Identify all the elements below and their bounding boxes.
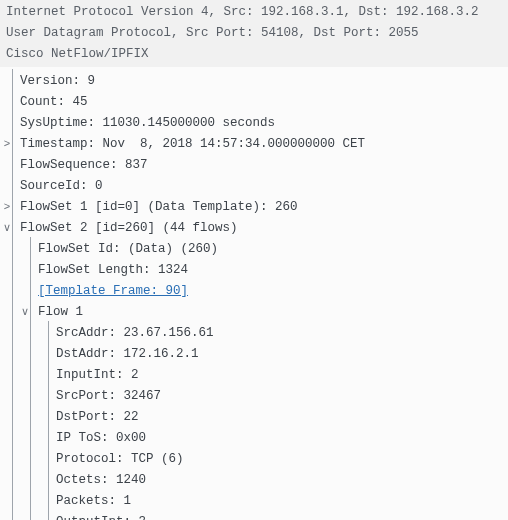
field-flowset1: FlowSet 1 [id=0] (Data Template): 260 bbox=[20, 197, 298, 218]
tree-row-sysuptime[interactable]: SysUptime: 11030.145000000 seconds bbox=[0, 112, 508, 133]
header-line-netflow: Cisco NetFlow/IPFIX bbox=[6, 44, 502, 65]
tree-row-timestamp[interactable]: > Timestamp: Nov 8, 2018 14:57:34.000000… bbox=[0, 133, 508, 154]
field-packets: Packets: 1 bbox=[56, 491, 131, 512]
header-line-udp: User Datagram Protocol, Src Port: 54108,… bbox=[6, 23, 502, 44]
tree-toggle-empty bbox=[42, 343, 56, 364]
field-dstport: DstPort: 22 bbox=[56, 407, 139, 428]
field-inputint: InputInt: 2 bbox=[56, 365, 139, 386]
header-line-ipv4: Internet Protocol Version 4, Src: 192.16… bbox=[6, 2, 502, 23]
template-frame-link[interactable]: [Template Frame: 90] bbox=[38, 281, 188, 302]
field-flowsequence: FlowSequence: 837 bbox=[20, 155, 148, 176]
tree-row-flowset2[interactable]: ∨ FlowSet 2 [id=260] (44 flows) bbox=[0, 217, 508, 238]
tree-row-iptos[interactable]: IP ToS: 0x00 bbox=[0, 427, 508, 448]
tree-row-srcport[interactable]: SrcPort: 32467 bbox=[0, 385, 508, 406]
tree-toggle-empty bbox=[42, 322, 56, 343]
field-dstaddr: DstAddr: 172.16.2.1 bbox=[56, 344, 199, 365]
tree-row-outputint[interactable]: OutputInt: 3 bbox=[0, 511, 508, 520]
tree-toggle-empty bbox=[6, 112, 20, 133]
tree-row-flowset1[interactable]: > FlowSet 1 [id=0] (Data Template): 260 bbox=[0, 196, 508, 217]
tree-row-flow1[interactable]: ∨ Flow 1 bbox=[0, 301, 508, 322]
field-srcport: SrcPort: 32467 bbox=[56, 386, 161, 407]
tree-toggle-empty bbox=[42, 511, 56, 520]
field-flow1: Flow 1 bbox=[38, 302, 83, 323]
tree-row-template-frame[interactable]: [Template Frame: 90] bbox=[0, 280, 508, 301]
field-timestamp: Timestamp: Nov 8, 2018 14:57:34.00000000… bbox=[20, 134, 365, 155]
field-count: Count: 45 bbox=[20, 92, 88, 113]
tree-toggle-empty bbox=[24, 280, 38, 301]
tree-row-flowset-length[interactable]: FlowSet Length: 1324 bbox=[0, 259, 508, 280]
tree-row-flowsequence[interactable]: FlowSequence: 837 bbox=[0, 154, 508, 175]
tree-row-count[interactable]: Count: 45 bbox=[0, 91, 508, 112]
packet-header: Internet Protocol Version 4, Src: 192.16… bbox=[0, 0, 508, 67]
field-protocol: Protocol: TCP (6) bbox=[56, 449, 184, 470]
field-sysuptime: SysUptime: 11030.145000000 seconds bbox=[20, 113, 275, 134]
tree-toggle-empty bbox=[42, 469, 56, 490]
tree-toggle-empty bbox=[6, 70, 20, 91]
tree-toggle-empty bbox=[6, 154, 20, 175]
tree-row-packets[interactable]: Packets: 1 bbox=[0, 490, 508, 511]
tree-toggle-empty bbox=[6, 91, 20, 112]
tree-toggle-empty bbox=[24, 238, 38, 259]
field-iptos: IP ToS: 0x00 bbox=[56, 428, 146, 449]
field-srcaddr: SrcAddr: 23.67.156.61 bbox=[56, 323, 214, 344]
field-flowset2: FlowSet 2 [id=260] (44 flows) bbox=[20, 218, 238, 239]
tree-guide-line bbox=[48, 321, 49, 520]
field-sourceid: SourceId: 0 bbox=[20, 176, 103, 197]
tree-guide-line bbox=[12, 69, 13, 520]
field-octets: Octets: 1240 bbox=[56, 470, 146, 491]
tree-toggle-empty bbox=[42, 448, 56, 469]
field-outputint: OutputInt: 3 bbox=[56, 512, 146, 520]
tree-guide-line bbox=[30, 237, 31, 520]
tree-row-inputint[interactable]: InputInt: 2 bbox=[0, 364, 508, 385]
tree-row-dstaddr[interactable]: DstAddr: 172.16.2.1 bbox=[0, 343, 508, 364]
tree-toggle-empty bbox=[42, 490, 56, 511]
tree-row-dstport[interactable]: DstPort: 22 bbox=[0, 406, 508, 427]
tree-row-protocol[interactable]: Protocol: TCP (6) bbox=[0, 448, 508, 469]
tree-row-version[interactable]: Version: 9 bbox=[0, 70, 508, 91]
tree-row-srcaddr[interactable]: SrcAddr: 23.67.156.61 bbox=[0, 322, 508, 343]
tree-toggle-empty bbox=[42, 364, 56, 385]
tree-toggle-empty bbox=[42, 427, 56, 448]
tree-toggle-empty bbox=[42, 385, 56, 406]
tree-toggle-empty bbox=[6, 175, 20, 196]
field-flowset-length: FlowSet Length: 1324 bbox=[38, 260, 188, 281]
tree-row-sourceid[interactable]: SourceId: 0 bbox=[0, 175, 508, 196]
tree-row-flowset-id[interactable]: FlowSet Id: (Data) (260) bbox=[0, 238, 508, 259]
tree-row-octets[interactable]: Octets: 1240 bbox=[0, 469, 508, 490]
tree-toggle-empty bbox=[24, 259, 38, 280]
field-version: Version: 9 bbox=[20, 71, 95, 92]
protocol-tree: Version: 9 Count: 45 SysUptime: 11030.14… bbox=[0, 67, 508, 520]
tree-toggle-empty bbox=[42, 406, 56, 427]
field-flowset-id: FlowSet Id: (Data) (260) bbox=[38, 239, 218, 260]
